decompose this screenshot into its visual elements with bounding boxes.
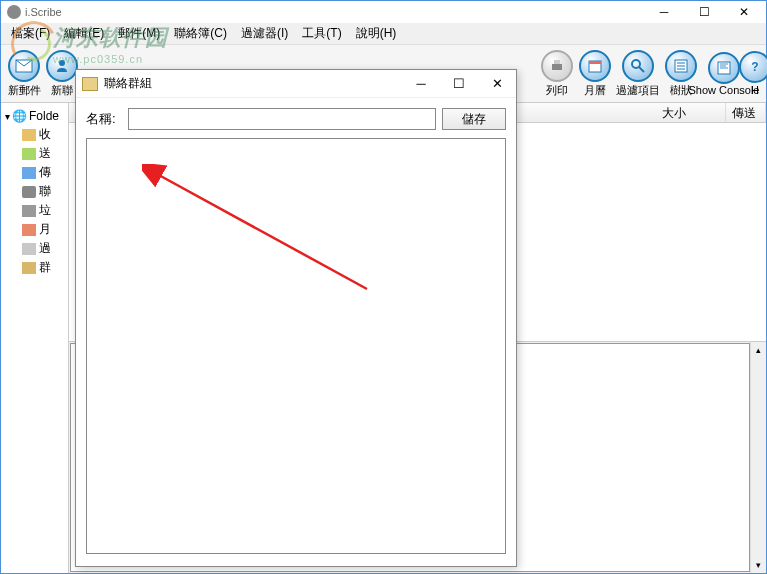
contact-group-dialog: 聯絡群組 ─ ☐ ✕ 名稱: 儲存 — [75, 69, 517, 567]
filter-items-label: 過濾項目 — [616, 83, 660, 98]
dialog-title: 聯絡群組 — [104, 75, 152, 92]
tree-item-filters[interactable]: 過 — [21, 239, 66, 258]
folder-icon — [82, 77, 98, 91]
dialog-maximize-button[interactable]: ☐ — [440, 71, 478, 97]
title-left: i.Scribe — [3, 5, 62, 19]
tree-item-spread[interactable]: 傳 — [21, 163, 66, 182]
name-label: 名稱: — [86, 110, 122, 128]
main-window: i.Scribe ─ ☐ ✕ 檔案(F) 編輯(E) 郵件(M) 聯絡簿(C) … — [0, 0, 767, 574]
mail-icon — [8, 50, 40, 82]
h-button[interactable]: ? H — [748, 49, 762, 98]
svg-point-6 — [632, 60, 640, 68]
menu-tools[interactable]: 工具(T) — [296, 23, 347, 44]
tree-item-inbox[interactable]: 收 — [21, 125, 66, 144]
tree-root[interactable]: ▾ 🌐 Folde — [3, 107, 66, 125]
main-title-bar: i.Scribe ─ ☐ ✕ — [1, 1, 766, 23]
tree-children: 收 送 傳 聯 垃 月 過 群 — [3, 125, 66, 277]
tree-icon — [665, 50, 697, 82]
contact-icon — [22, 186, 36, 198]
window-controls: ─ ☐ ✕ — [644, 1, 764, 23]
search-icon — [622, 50, 654, 82]
minimize-button[interactable]: ─ — [644, 1, 684, 23]
filter-items-button[interactable]: 過濾項目 — [614, 48, 662, 100]
new-mail-label: 新郵件 — [8, 83, 41, 98]
close-button[interactable]: ✕ — [724, 1, 764, 23]
new-contact-label: 新聯 — [51, 83, 73, 98]
scroll-up-icon[interactable]: ▴ — [751, 342, 766, 358]
tree-item-calendar[interactable]: 月 — [21, 220, 66, 239]
app-title: i.Scribe — [25, 6, 62, 18]
svg-line-9 — [157, 174, 367, 289]
menu-filters[interactable]: 過濾器(I) — [235, 23, 294, 44]
menu-file[interactable]: 檔案(F) — [5, 23, 56, 44]
dialog-controls: ─ ☐ ✕ — [402, 71, 516, 97]
new-mail-button[interactable]: 新郵件 — [5, 48, 43, 100]
tree-item-sent[interactable]: 送 — [21, 144, 66, 163]
h-label: H — [751, 84, 759, 96]
tree-item-contacts[interactable]: 聯 — [21, 182, 66, 201]
help-icon: ? — [739, 51, 767, 83]
dialog-title-bar[interactable]: 聯絡群組 ─ ☐ ✕ — [76, 70, 516, 98]
folder-icon — [22, 167, 36, 179]
print-button[interactable]: 列印 — [538, 48, 576, 100]
save-button[interactable]: 儲存 — [442, 108, 506, 130]
person-icon — [46, 50, 78, 82]
calendar-icon — [22, 224, 36, 236]
folder-tree: ▾ 🌐 Folde 收 送 傳 聯 垃 月 過 群 — [1, 103, 69, 573]
tree-item-trash[interactable]: 垃 — [21, 201, 66, 220]
tree-item-groups[interactable]: 群 — [21, 258, 66, 277]
folder-icon — [22, 148, 36, 160]
group-icon — [22, 262, 36, 274]
menu-mail[interactable]: 郵件(M) — [112, 23, 166, 44]
app-icon — [7, 5, 21, 19]
maximize-button[interactable]: ☐ — [684, 1, 724, 23]
list-col-size[interactable]: 大小 — [656, 103, 726, 122]
dialog-title-left: 聯絡群組 — [76, 75, 152, 92]
collapse-icon[interactable]: ▾ — [5, 111, 10, 122]
console-icon — [708, 52, 740, 84]
dialog-minimize-button[interactable]: ─ — [402, 71, 440, 97]
world-icon: 🌐 — [12, 109, 27, 123]
dialog-body: 名稱: 儲存 — [76, 98, 516, 564]
filter-icon — [22, 243, 36, 255]
group-list[interactable] — [86, 138, 506, 554]
svg-rect-2 — [552, 64, 562, 70]
folder-icon — [22, 129, 36, 141]
menu-help[interactable]: 說明(H) — [350, 23, 403, 44]
trash-icon — [22, 205, 36, 217]
preview-scrollbar[interactable]: ▴ ▾ — [750, 342, 766, 573]
name-row: 名稱: 儲存 — [86, 108, 506, 130]
name-input[interactable] — [128, 108, 436, 130]
calendar-button[interactable]: 月曆 — [576, 48, 614, 100]
tree-root-label: Folde — [29, 109, 59, 123]
svg-rect-3 — [554, 60, 560, 64]
list-col-send[interactable]: 傳送 — [726, 103, 766, 122]
scroll-down-icon[interactable]: ▾ — [751, 557, 766, 573]
print-icon — [541, 50, 573, 82]
calendar-icon — [579, 50, 611, 82]
menu-edit[interactable]: 編輯(E) — [58, 23, 110, 44]
dialog-close-button[interactable]: ✕ — [478, 71, 516, 97]
menu-bar: 檔案(F) 編輯(E) 郵件(M) 聯絡簿(C) 過濾器(I) 工具(T) 說明… — [1, 23, 766, 45]
svg-rect-5 — [589, 61, 601, 64]
calendar-label: 月曆 — [584, 83, 606, 98]
svg-point-1 — [59, 60, 65, 66]
menu-contacts[interactable]: 聯絡簿(C) — [168, 23, 233, 44]
print-label: 列印 — [546, 83, 568, 98]
annotation-arrow — [142, 164, 372, 294]
